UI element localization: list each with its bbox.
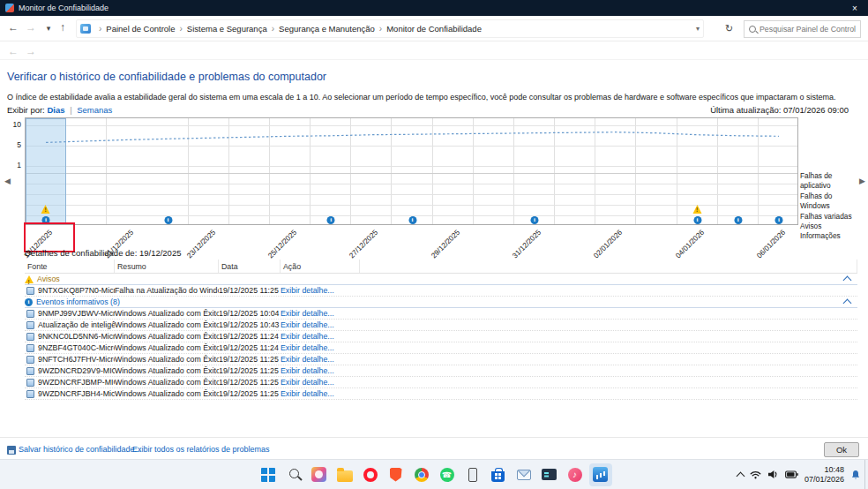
info-icon[interactable]: [774, 216, 782, 224]
taskbar-clock[interactable]: 10:48 07/01/2026: [804, 465, 844, 485]
chart-date-label[interactable]: 04/01/2026: [670, 228, 706, 264]
breadcrumb-item-control-panel[interactable]: Painel de Controle: [106, 24, 175, 34]
row-data: 19/12/2025 11:24: [219, 342, 281, 354]
microsoft-store-button[interactable]: [487, 463, 510, 486]
volume-icon[interactable]: [767, 470, 779, 479]
view-details-link[interactable]: Exibir detalhe...: [281, 286, 334, 295]
ok-button[interactable]: Ok: [824, 442, 859, 457]
table-row[interactable]: 9NMPJ99VJBWV-Microsof... Windows Atualiz…: [25, 308, 857, 320]
forward-icon[interactable]: →: [23, 21, 39, 34]
up-icon[interactable]: ↑: [55, 21, 71, 34]
search-box[interactable]: [744, 20, 861, 38]
view-details-link[interactable]: Exibir detalhe...: [281, 309, 334, 318]
close-icon[interactable]: ×: [842, 0, 868, 16]
breadcrumb-item-reliability-monitor[interactable]: Monitor de Confiabilidade: [386, 24, 482, 34]
breadcrumb-separator: ›: [99, 24, 101, 34]
breadcrumb-item-security-maintenance[interactable]: Segurança e Manutenção: [279, 24, 375, 34]
table-row[interactable]: Atualização de inteligênci... Windows At…: [25, 320, 857, 331]
mail-app-button[interactable]: [513, 463, 535, 486]
row-fonte: 9NTXGKQ8P7N0-Microsof...: [38, 285, 115, 297]
breadcrumb-separator: ›: [180, 24, 183, 34]
info-icon[interactable]: [327, 216, 335, 224]
table-row[interactable]: 9NFTCH6J7FHV-Microsoft... Windows Atuali…: [25, 354, 857, 365]
warning-icon[interactable]: [692, 205, 702, 214]
chart-date-label[interactable]: 25/12/2025: [262, 228, 298, 264]
terminal-app-button[interactable]: [538, 463, 561, 486]
column-header-acao[interactable]: Ação: [281, 260, 360, 273]
view-details-link[interactable]: Exibir detalhe...: [281, 389, 334, 398]
table-row[interactable]: 9NKNC0LD5NN6-Microso... Windows Atualiza…: [25, 331, 857, 342]
reliability-chart-icon: [593, 467, 608, 482]
chart-date-label[interactable]: 23/12/2025: [181, 228, 217, 264]
search-input[interactable]: [760, 25, 856, 34]
reliability-monitor-taskbar-button[interactable]: [589, 463, 612, 486]
notification-bell-icon[interactable]: [850, 469, 861, 480]
view-details-link[interactable]: Exibir detalhe...: [281, 378, 334, 387]
file-explorer-button[interactable]: [333, 463, 356, 486]
chart-scroll-left-icon[interactable]: ◀: [4, 177, 11, 185]
show-desktop-button[interactable]: [864, 460, 868, 489]
column-header-resumo[interactable]: Resumo: [115, 260, 219, 273]
chrome-browser-button[interactable]: [410, 463, 433, 486]
table-group-eventos-informativos[interactable]: i Eventos informativos (8): [25, 297, 857, 308]
table-row[interactable]: 9WZDNCRD29V9-MICRO... Windows Atualizado…: [25, 365, 857, 377]
chart-markers: [26, 118, 797, 224]
wifi-icon[interactable]: [750, 470, 761, 479]
save-history-link[interactable]: Salvar histórico de confiabilidade...: [19, 445, 141, 454]
view-details-link[interactable]: Exibir detalhe...: [281, 355, 334, 364]
table-row[interactable]: 9NTXGKQ8P7N0-Microsof... Falha na Atuali…: [25, 285, 857, 297]
info-icon[interactable]: [408, 216, 416, 224]
y-axis-tick: 1: [4, 161, 21, 169]
table-row[interactable]: 9WZDNCRFJBMP-MICROS... Windows Atualizad…: [25, 377, 857, 388]
column-header-data[interactable]: Data: [219, 260, 281, 273]
table-row[interactable]: 9WZDNCRFJBH4-Microso... Windows Atualiza…: [25, 388, 857, 400]
whatsapp-button[interactable]: [436, 463, 459, 486]
battery-icon[interactable]: [785, 470, 798, 478]
chart-date-label[interactable]: 29/12/2025: [425, 228, 461, 264]
column-header-fonte[interactable]: Fonte: [25, 260, 115, 273]
view-weeks-link[interactable]: Semanas: [77, 105, 112, 115]
stability-chart[interactable]: [25, 117, 798, 225]
breadcrumb[interactable]: › Painel de Controle › Sistema e Seguran…: [76, 19, 704, 38]
chart-date-label[interactable]: 06/01/2026: [751, 228, 787, 264]
info-icon[interactable]: [530, 216, 538, 224]
toolbar-forward-icon[interactable]: →: [23, 45, 39, 57]
start-button[interactable]: [257, 463, 280, 486]
view-details-link[interactable]: Exibir detalhe...: [281, 332, 334, 341]
address-dropdown-icon[interactable]: ▾: [696, 25, 700, 33]
row-data: 19/12/2025 11:24: [219, 331, 281, 342]
chart-scroll-right-icon[interactable]: ▶: [859, 177, 865, 185]
hidden-icons-chevron-icon[interactable]: [737, 471, 745, 480]
opera-browser-button[interactable]: [359, 463, 382, 486]
chart-date-label[interactable]: 21/12/2025: [99, 228, 135, 264]
table-group-avisos[interactable]: Avisos: [25, 274, 857, 285]
row-resumo: Windows Atualizado com Êxito: [115, 308, 219, 320]
photos-app-button[interactable]: [308, 463, 331, 486]
info-icon[interactable]: [734, 216, 742, 224]
info-icon[interactable]: [693, 216, 701, 224]
view-details-link[interactable]: Exibir detalhe...: [281, 343, 334, 352]
taskbar-search-button[interactable]: [282, 463, 305, 486]
chart-date-label[interactable]: 31/12/2025: [506, 228, 542, 264]
toolbar-back-icon[interactable]: ←: [5, 45, 21, 57]
phone-link-button[interactable]: [461, 463, 484, 486]
collapse-chevron-icon[interactable]: [843, 299, 852, 308]
system-tray: 10:48 07/01/2026: [737, 460, 861, 489]
table-row[interactable]: 9NZBF4GT040C-Microsoft... Windows Atuali…: [25, 342, 857, 354]
back-icon[interactable]: ←: [5, 21, 21, 34]
warning-icon[interactable]: [41, 205, 51, 214]
group-label: Avisos: [37, 274, 60, 285]
chart-date-label[interactable]: 27/12/2025: [343, 228, 379, 264]
refresh-icon[interactable]: ↻: [725, 23, 733, 34]
breadcrumb-item-system-security[interactable]: Sistema e Segurança: [187, 24, 267, 34]
view-all-reports-link[interactable]: Exibir todos os relatórios de problemas: [132, 445, 270, 454]
chart-date-label[interactable]: 02/01/2026: [587, 228, 624, 264]
view-details-link[interactable]: Exibir detalhe...: [281, 366, 334, 375]
brave-browser-button[interactable]: [385, 463, 408, 486]
title-bar: Monitor de Confiabilidade ×: [0, 0, 868, 16]
view-details-link[interactable]: Exibir detalhe...: [281, 320, 334, 329]
collapse-chevron-icon[interactable]: [843, 276, 852, 285]
music-app-button[interactable]: [564, 463, 587, 486]
info-icon[interactable]: [164, 216, 172, 224]
view-days-link[interactable]: Dias: [47, 105, 64, 115]
